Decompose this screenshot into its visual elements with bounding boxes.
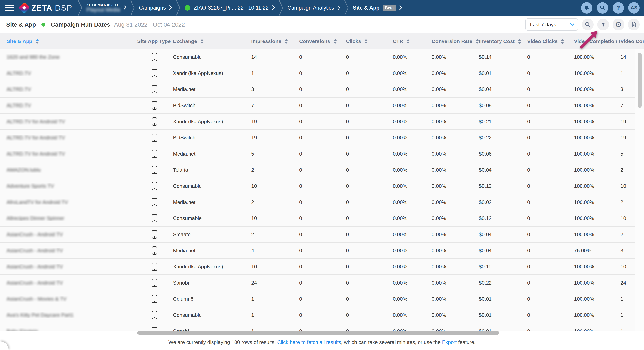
column-header-site-app[interactable]: Site & App — [0, 38, 137, 44]
column-header-clicks[interactable]: Clicks — [346, 38, 393, 44]
site-name-redacted: ALTRD.TV — [7, 86, 31, 92]
table-row[interactable]: 1620 and 980 the Zone Consumable 14 0 0 … — [0, 49, 635, 65]
cell-clicks: 0 — [346, 118, 393, 125]
column-header-exchange[interactable]: Exchange — [173, 38, 251, 44]
table-row[interactable]: ALTRD.TV for Android TV BidSwitch 19 0 0… — [0, 130, 635, 146]
breadcrumb-campaign-analytics[interactable]: Campaign Analytics — [284, 4, 344, 12]
cell-impressions: 19 — [251, 135, 299, 141]
cell-inventory-cost: $0.12 — [479, 215, 527, 222]
cell-video-completions: 2 — [620, 167, 635, 173]
table-row[interactable]: Adventure Sports TV Consumable 10 0 0 0.… — [0, 178, 635, 194]
question-mark-icon: ? — [616, 4, 620, 11]
cell-video-clicks: 0 — [527, 167, 574, 173]
cell-ctr: 0.00% — [393, 167, 432, 173]
column-header-conversion-rate[interactable]: Conversion Rate — [432, 38, 479, 44]
cell-clicks: 0 — [346, 54, 393, 60]
settings-button[interactable]: ⚙ — [612, 19, 624, 30]
cell-conversions: 0 — [299, 312, 346, 318]
cell-video-clicks: 0 — [527, 280, 574, 286]
cell-exchange: Media.net — [173, 151, 251, 157]
column-header-ctr[interactable]: CTR — [393, 38, 432, 44]
zeta-dsp-logo[interactable]: ZETA DSP — [18, 4, 72, 12]
site-name-redacted: AsianCrush - Android TV — [7, 248, 63, 254]
table-row[interactable]: ALTRD.TV for Android TV Media.net 5 0 0 … — [0, 146, 635, 162]
cell-inventory-cost: $0.04 — [479, 86, 527, 92]
chevron-right-icon — [338, 4, 340, 12]
site-name-redacted: ALTRD.TV for Android TV — [7, 151, 65, 157]
cell-conversion-rate: 0.00% — [432, 215, 479, 222]
horizontal-scrollbar[interactable] — [137, 331, 499, 335]
breadcrumb-separator — [279, 0, 284, 16]
site-name-redacted: 1620 and 980 the Zone — [7, 54, 60, 60]
notifications-button[interactable] — [581, 2, 592, 14]
site-name-redacted: ALTRD.TV — [7, 70, 31, 76]
cell-exchange: Telaria — [173, 167, 251, 173]
mobile-app-type-icon — [152, 230, 157, 238]
cell-exchange: Sonobi — [173, 280, 251, 286]
cell-video-completion-rate: 75.00% — [574, 248, 620, 254]
cell-clicks: 0 — [346, 199, 393, 205]
cell-clicks: 0 — [346, 86, 393, 92]
cell-conversion-rate: 0.00% — [432, 296, 479, 302]
cell-video-clicks: 0 — [527, 151, 574, 157]
cell-impressions: 1 — [251, 312, 299, 318]
cell-video-clicks: 0 — [527, 102, 574, 108]
table-row[interactable]: AsianCrush - Android TV Xandr (fka AppNe… — [0, 259, 635, 275]
column-label: Clicks — [346, 38, 361, 44]
cell-video-completions: 5 — [620, 151, 635, 157]
export-button[interactable] — [628, 19, 640, 30]
fetch-all-results-link[interactable]: Click here to fetch all results — [277, 339, 341, 345]
status-dot — [42, 22, 46, 26]
breadcrumb-site-and-app[interactable]: Site & App Beta — [349, 4, 406, 12]
cell-video-clicks: 0 — [527, 328, 574, 331]
user-avatar[interactable]: AS — [628, 2, 640, 14]
sort-arrows-icon — [334, 39, 337, 44]
cell-video-completions: 24 — [620, 280, 635, 286]
chevron-right-icon — [272, 4, 275, 12]
help-button[interactable]: ? — [612, 2, 624, 14]
table-row[interactable]: AMAZON.lublu Telaria 2 0 0 0.00% 0.00% $… — [0, 162, 635, 178]
date-filter-dropdown[interactable]: Last 7 days — [525, 18, 578, 31]
table-row[interactable]: Allrecipes Dinner Spinner Consumable 10 … — [0, 210, 635, 226]
hamburger-menu-icon[interactable] — [5, 5, 14, 11]
cell-conversion-rate: 0.00% — [432, 328, 479, 331]
filter-button[interactable] — [597, 19, 609, 30]
column-header-impressions[interactable]: Impressions — [251, 38, 299, 44]
table-row[interactable]: ALTRD.TV for Android TV Xandr (fka AppNe… — [0, 114, 635, 130]
table-row[interactable]: AsianCrush - Android TV Sonobi 24 0 0 0.… — [0, 275, 635, 291]
table-row[interactable]: ALTRD.TV Media.net 3 0 0 0.00% 0.00% $0.… — [0, 82, 635, 98]
cell-video-clicks: 0 — [527, 199, 574, 205]
column-header-conversions[interactable]: Conversions — [299, 38, 346, 44]
vertical-scrollbar[interactable] — [638, 53, 642, 108]
filter-funnel-icon — [600, 22, 606, 28]
table-search-button[interactable] — [582, 19, 594, 30]
table-row[interactable]: AsianCrush - Android TV Media.net 4 0 0 … — [0, 243, 635, 259]
table-row[interactable]: Baby Einstein Sonobi 1 0 0 0.00% 0.00% $… — [0, 323, 635, 331]
breadcrumb-campaigns[interactable]: Campaigns — [135, 4, 176, 12]
cell-video-clicks: 0 — [527, 86, 574, 92]
table-row[interactable]: ALTRD.TV BidSwitch 7 0 0 0.00% 0.00% $0.… — [0, 98, 635, 114]
table-row[interactable]: AsianCrush - Android TV Smaato 2 0 0 0.0… — [0, 226, 635, 243]
export-link[interactable]: Export — [442, 339, 457, 345]
column-header-video-clicks[interactable]: Video Clicks — [527, 38, 574, 44]
cell-exchange: BidSwitch — [173, 102, 251, 108]
table-row[interactable]: AsianCrush - Movies & TV Column6 1 0 0 0… — [0, 291, 635, 307]
cell-clicks: 0 — [346, 232, 393, 238]
table-row[interactable]: ALTRD.TV Xandr (fka AppNexus) 1 0 0 0.00… — [0, 65, 635, 82]
column-header-inventory-cost[interactable]: Inventory Cost — [479, 38, 527, 44]
cell-ctr: 0.00% — [393, 248, 432, 254]
column-header-site-app-type[interactable]: Site App Type — [137, 38, 173, 44]
site-name-redacted: Adventure Sports TV — [7, 183, 54, 189]
breadcrumb-campaign-item[interactable]: ZIAO-32267_Pi ... 22 - 10.11.22 — [181, 4, 279, 12]
table-row[interactable]: Ava's Kitty Pet Daycare Part1 Consumable… — [0, 307, 635, 323]
cell-conversions: 0 — [299, 280, 346, 286]
global-search-button[interactable] — [597, 2, 608, 14]
column-header-video-compl[interactable]: Video Compl — [620, 38, 644, 44]
breadcrumb-account[interactable]: ZETA MANAGED Playout Media — [82, 3, 130, 13]
column-header-video-completion-rate[interactable]: Video Completion Rate — [574, 38, 620, 44]
table-row[interactable]: AfroLandTV for Android TV Media.net 2 0 … — [0, 194, 635, 210]
cell-conversions: 0 — [299, 232, 346, 238]
cell-ctr: 0.00% — [393, 86, 432, 92]
cell-video-clicks: 0 — [527, 296, 574, 302]
cell-conversions: 0 — [299, 167, 346, 173]
